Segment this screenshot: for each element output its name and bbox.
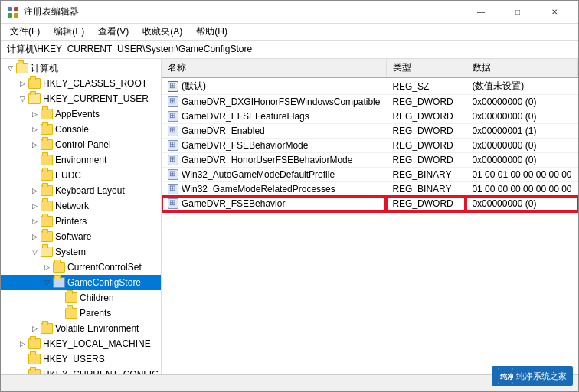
menu-help[interactable]: 帮助(H) <box>190 24 234 40</box>
table-row[interactable]: GameDVR_HonorUserFSEBehaviorMode REG_DWO… <box>162 153 578 168</box>
row-name: GameDVR_HonorUserFSEBehaviorMode <box>162 153 386 168</box>
row-type: REG_DWORD <box>386 124 466 139</box>
menu-file[interactable]: 文件(F) <box>4 24 46 40</box>
toggle-current-config[interactable] <box>16 367 28 374</box>
row-name-text: Win32_AutoGameModeDefaultProfile <box>182 169 335 180</box>
tree-label-children: Children <box>80 292 114 303</box>
tree-label-software: Software <box>55 231 91 242</box>
svg-rect-1 <box>14 7 18 11</box>
folder-icon-gameconfigstore <box>53 277 65 288</box>
toggle-printers[interactable]: ▷ <box>28 214 41 229</box>
table-row[interactable]: Win32_GameModeRelatedProcesses REG_BINAR… <box>162 182 578 197</box>
registry-table: 名称 类型 数据 (默认) <box>162 59 578 211</box>
toggle-keyboard-layout[interactable]: ▷ <box>28 183 41 198</box>
toggle-volatile-environment[interactable]: ▷ <box>28 321 41 336</box>
tree-label-volatile-environment: Volatile Environment <box>55 323 139 334</box>
folder-icon-eudc <box>41 170 53 181</box>
toggle-computer[interactable]: ▽ <box>4 60 16 76</box>
toggle-classes-root[interactable]: ▷ <box>16 76 28 91</box>
tree-item-volatile-environment[interactable]: ▷ Volatile Environment <box>1 321 161 336</box>
folder-icon-network <box>41 201 53 211</box>
col-name[interactable]: 名称 <box>162 59 386 77</box>
toggle-network[interactable]: ▷ <box>28 198 41 214</box>
tree-item-users[interactable]: HKEY_USERS <box>1 351 161 367</box>
row-name-text: GameDVR_DXGIHonorFSEWindowsCompatible <box>182 96 380 107</box>
tree-item-system[interactable]: ▽ System <box>1 244 161 260</box>
menu-bar: 文件(F) 编辑(E) 查看(V) 收藏夹(A) 帮助(H) <box>1 24 578 41</box>
menu-favorites[interactable]: 收藏夹(A) <box>136 24 188 40</box>
tree-item-parents[interactable]: Parents <box>1 305 161 321</box>
toggle-parents[interactable] <box>53 305 65 321</box>
minimize-button[interactable]: — <box>463 1 499 24</box>
tree-item-software[interactable]: ▷ Software <box>1 229 161 244</box>
tree-item-keyboard-layout[interactable]: ▷ Keyboard Layout <box>1 183 161 198</box>
toggle-eudc[interactable] <box>28 168 41 183</box>
tree-label-keyboard-layout: Keyboard Layout <box>55 185 125 196</box>
table-row[interactable]: GameDVR_DXGIHonorFSEWindowsCompatible RE… <box>162 95 578 109</box>
row-name-text: GameDVR_FSEBehaviorMode <box>182 140 308 151</box>
table-row[interactable]: GameDVR_FSEBehaviorMode REG_DWORD 0x0000… <box>162 139 578 153</box>
folder-icon-console <box>41 124 53 135</box>
tree-item-environment[interactable]: Environment <box>1 152 161 168</box>
row-type: REG_BINARY <box>386 168 466 182</box>
toggle-software[interactable]: ▷ <box>28 229 41 244</box>
col-data[interactable]: 数据 <box>466 59 577 77</box>
reg-icon <box>168 184 178 194</box>
tree-item-gameconfigstore[interactable]: ▽ GameConfigStore <box>1 275 161 290</box>
tree-item-appevents[interactable]: ▷ AppEvents <box>1 106 161 122</box>
table-row-highlighted[interactable]: GameDVR_FSEBehavior REG_DWORD 0x00000000… <box>162 197 578 211</box>
tree-label-eudc: EUDC <box>55 170 81 181</box>
tree-label-current-user: HKEY_CURRENT_USER <box>43 93 149 104</box>
row-name: GameDVR_EFSEFeatureFlags <box>162 109 386 124</box>
tree-panel[interactable]: ▽ 计算机 ▷ HKEY_CLASSES_ROOT ▽ HKEY_CURRENT… <box>1 59 162 374</box>
tree-label-appevents: AppEvents <box>55 109 100 119</box>
row-data: 0x00000000 (0) <box>466 197 577 211</box>
table-row[interactable]: GameDVR_Enabled REG_DWORD 0x00000001 (1) <box>162 124 578 139</box>
toggle-gameconfigstore[interactable]: ▽ <box>41 275 53 290</box>
toggle-control-panel[interactable]: ▷ <box>28 137 41 152</box>
values-panel: 名称 类型 数据 (默认) <box>162 59 578 374</box>
toggle-current-user[interactable]: ▽ <box>16 91 28 106</box>
toggle-children[interactable] <box>53 290 65 305</box>
tree-item-network[interactable]: ▷ Network <box>1 198 161 214</box>
table-row[interactable]: GameDVR_EFSEFeatureFlags REG_DWORD 0x000… <box>162 109 578 124</box>
reg-icon <box>168 111 178 122</box>
toggle-console[interactable]: ▷ <box>28 122 41 137</box>
folder-icon-classes-root <box>28 78 41 89</box>
table-row[interactable]: Win32_AutoGameModeDefaultProfile REG_BIN… <box>162 168 578 182</box>
tree-item-eudc[interactable]: EUDC <box>1 168 161 183</box>
folder-icon-currentcontrolset <box>53 262 65 273</box>
tree-item-current-user[interactable]: ▽ HKEY_CURRENT_USER <box>1 91 161 106</box>
toggle-system[interactable]: ▽ <box>28 244 41 260</box>
close-button[interactable]: ✕ <box>537 1 572 24</box>
svg-text:纯净: 纯净 <box>499 373 513 381</box>
tree-label-console: Console <box>55 124 89 135</box>
toggle-appevents[interactable]: ▷ <box>28 106 41 122</box>
tree-item-currentcontrolset[interactable]: ▷ CurrentControlSet <box>1 260 161 275</box>
tree-item-printers[interactable]: ▷ Printers <box>1 214 161 229</box>
menu-edit[interactable]: 编辑(E) <box>47 24 90 40</box>
tree-item-console[interactable]: ▷ Console <box>1 122 161 137</box>
folder-icon-children <box>65 292 77 303</box>
tree-item-control-panel[interactable]: ▷ Control Panel <box>1 137 161 152</box>
reg-icon <box>168 81 178 92</box>
tree-label-network: Network <box>55 201 89 211</box>
address-bar: 计算机\HKEY_CURRENT_USER\System\GameConfigS… <box>1 41 578 59</box>
tree-item-local-machine[interactable]: ▷ HKEY_LOCAL_MACHINE <box>1 336 161 351</box>
col-type[interactable]: 类型 <box>386 59 466 77</box>
title-bar-controls: — □ ✕ <box>463 1 572 24</box>
tree-item-computer[interactable]: ▽ 计算机 <box>1 60 161 76</box>
toggle-currentcontrolset[interactable]: ▷ <box>41 260 53 275</box>
toggle-local-machine[interactable]: ▷ <box>16 336 28 351</box>
tree-item-current-config[interactable]: HKEY_CURRENT_CONFIG <box>1 367 161 374</box>
table-row[interactable]: (默认) REG_SZ (数值未设置) <box>162 77 578 95</box>
toggle-users[interactable] <box>16 351 28 367</box>
tree-label-printers: Printers <box>55 216 87 227</box>
menu-view[interactable]: 查看(V) <box>92 24 135 40</box>
toggle-environment[interactable] <box>28 152 41 168</box>
tree-item-classes-root[interactable]: ▷ HKEY_CLASSES_ROOT <box>1 76 161 91</box>
folder-icon-keyboard-layout <box>41 185 53 196</box>
maximize-button[interactable]: □ <box>500 1 535 24</box>
tree-item-children[interactable]: Children <box>1 290 161 305</box>
values-table[interactable]: 名称 类型 数据 (默认) <box>162 59 578 374</box>
